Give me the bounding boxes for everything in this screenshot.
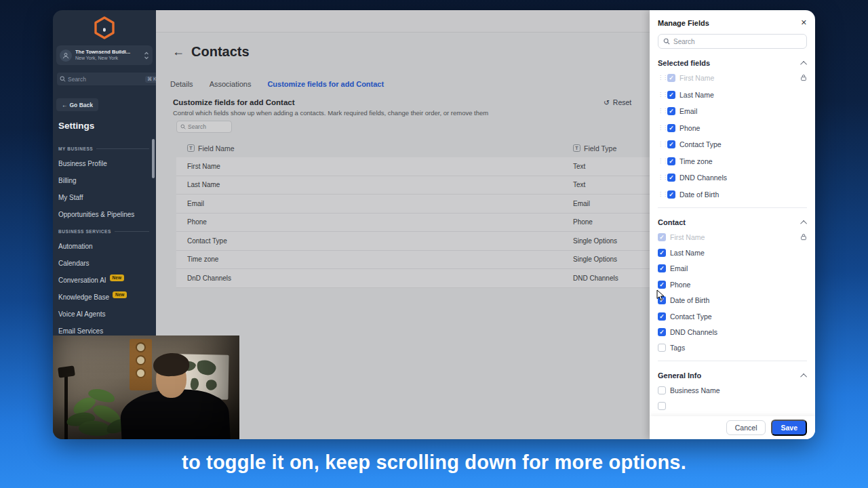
section-label-business-services: BUSINESS SERVICES [58, 229, 111, 234]
divider [658, 207, 807, 208]
sidebar-scrollbar[interactable] [152, 139, 155, 178]
field-item-last-name[interactable]: ⋮⋮ Last Name [658, 87, 807, 104]
contact-item-phone[interactable]: Phone [658, 277, 807, 292]
table-row[interactable]: First Name Text [176, 157, 650, 176]
reset-icon: ↺ [604, 98, 610, 106]
search-icon [180, 124, 186, 129]
table-search[interactable] [176, 121, 232, 133]
sidebar-search-input[interactable] [68, 76, 143, 83]
sidebar-item-voice-ai-agents[interactable]: Voice AI Agents [58, 306, 149, 323]
account-switcher[interactable]: The Townsend Buildi... New York, New Yor… [56, 45, 153, 65]
table-row[interactable]: Last Name Text [176, 176, 650, 195]
mouse-cursor-icon [656, 289, 665, 302]
sidebar-item-conversation-ai[interactable]: Conversation AI New [58, 272, 149, 289]
panel-search-input[interactable] [673, 38, 802, 45]
group-header-selected-fields[interactable]: Selected fields [658, 59, 807, 67]
contact-item-dnd-channels[interactable]: DND Channels [658, 324, 807, 340]
sidebar-item-knowledge-base[interactable]: Knowledge Base New [58, 289, 149, 306]
field-item-phone[interactable]: ⋮⋮ Phone [658, 120, 807, 137]
section-subtitle: Control which fields show up when adding… [173, 109, 488, 117]
checkbox-checked[interactable] [667, 157, 675, 165]
settings-nav: MY BUSINESS Business Profile Billing My … [58, 140, 149, 340]
checkbox-checked[interactable] [658, 249, 666, 257]
user-icon [62, 52, 69, 59]
sidebar-item-billing[interactable]: Billing [58, 172, 149, 189]
drag-handle-icon[interactable]: ⋮⋮ [658, 192, 663, 197]
field-item-email[interactable]: ⋮⋮ Email [658, 103, 807, 120]
drag-handle-icon[interactable]: ⋮⋮ [658, 175, 663, 180]
drag-handle-icon[interactable]: ⋮⋮ [658, 75, 663, 81]
table-row[interactable]: DnD Channels DND Channels [176, 269, 650, 288]
page-background: The Townsend Buildi... New York, New Yor… [0, 0, 868, 488]
checkbox-checked[interactable] [658, 312, 666, 321]
field-item-contact-type[interactable]: ⋮⋮ Contact Type [658, 136, 807, 153]
manage-fields-panel: Manage Fields ✕ Selected fields ⋮⋮ First… [650, 10, 815, 439]
general-item-partial[interactable] [658, 399, 807, 414]
table-row[interactable]: Contact Type Single Options [176, 232, 650, 251]
field-item-dnd-channels[interactable]: ⋮⋮ DND Channels [658, 169, 807, 186]
account-name: The Townsend Buildi... [75, 49, 140, 55]
chevron-up-icon [800, 220, 807, 226]
group-header-general-info[interactable]: General Info [658, 371, 807, 380]
drag-handle-icon[interactable]: ⋮⋮ [658, 92, 663, 98]
table-search-input[interactable] [188, 123, 228, 130]
reset-button[interactable]: ↺ Reset [604, 98, 631, 106]
account-avatar [60, 49, 72, 62]
drag-handle-icon[interactable]: ⋮⋮ [658, 159, 663, 164]
tab-associations[interactable]: Associations [210, 80, 252, 88]
close-icon[interactable]: ✕ [801, 18, 807, 27]
sidebar-item-automation[interactable]: Automation [58, 238, 149, 255]
contact-item-date-of-birth[interactable]: Date of Birth [658, 293, 807, 308]
checkbox-checked-disabled [667, 74, 675, 82]
checkbox-checked[interactable] [667, 107, 675, 115]
checkbox-checked[interactable] [658, 264, 666, 272]
save-button[interactable]: Save [771, 420, 807, 436]
drag-handle-icon[interactable]: ⋮⋮ [658, 125, 663, 131]
search-icon [663, 38, 670, 45]
sidebar-search[interactable]: ⌘ K [57, 73, 161, 85]
main-topbar [156, 10, 650, 33]
divider [658, 361, 807, 361]
checkbox-unchecked[interactable] [658, 402, 666, 410]
panel-search[interactable] [658, 34, 807, 49]
checkbox-checked[interactable] [667, 91, 675, 99]
chevron-up-icon [800, 60, 807, 67]
drag-handle-icon[interactable]: ⋮⋮ [658, 108, 663, 114]
table-header-row: T Field Name T Field Type [176, 139, 650, 157]
sidebar-item-opportunities-pipelines[interactable]: Opportunities & Pipelines [58, 206, 149, 223]
sidebar-item-business-profile[interactable]: Business Profile [58, 155, 149, 172]
general-item-business-name[interactable]: Business Name [658, 382, 807, 398]
checkbox-unchecked[interactable] [658, 344, 666, 352]
table-row[interactable]: Time zone Single Options [176, 251, 650, 270]
group-header-contact[interactable]: Contact [658, 218, 807, 226]
contact-item-email[interactable]: Email [658, 261, 807, 277]
back-arrow-icon[interactable]: ← [172, 45, 184, 59]
checkbox-checked[interactable] [667, 124, 675, 132]
checkbox-checked[interactable] [667, 140, 675, 148]
fields-table: T Field Name T Field Type First Name Tex… [176, 139, 650, 288]
sidebar-item-my-staff[interactable]: My Staff [58, 189, 149, 206]
contact-item-last-name[interactable]: Last Name [658, 245, 807, 260]
lock-icon [800, 72, 807, 84]
drag-handle-icon[interactable]: ⋮⋮ [658, 142, 663, 147]
checkbox-unchecked[interactable] [658, 386, 666, 394]
contact-item-contact-type[interactable]: Contact Type [658, 308, 807, 324]
table-row[interactable]: Phone Phone [176, 214, 650, 232]
cancel-button[interactable]: Cancel [726, 420, 766, 435]
tab-details[interactable]: Details [170, 80, 193, 88]
column-header-field-name: Field Name [198, 144, 235, 152]
new-badge: New [113, 291, 127, 298]
sidebar-item-calendars[interactable]: Calendars [58, 255, 149, 272]
table-row[interactable]: Email Email [176, 195, 650, 214]
field-item-time-zone[interactable]: ⋮⋮ Time zone [658, 153, 807, 170]
checkbox-checked[interactable] [667, 190, 675, 199]
checkbox-checked[interactable] [667, 174, 675, 182]
text-type-icon: T [187, 144, 195, 152]
tab-customize-fields[interactable]: Customize fields for add Contact [267, 80, 384, 88]
field-item-date-of-birth[interactable]: ⋮⋮ Date of Birth [658, 186, 807, 203]
contact-item-tags[interactable]: Tags [658, 340, 807, 356]
go-back-button[interactable]: ← Go Back [56, 98, 98, 111]
checkbox-checked[interactable] [658, 281, 666, 289]
checkbox-checked[interactable] [658, 328, 666, 336]
webcam-overlay [53, 336, 239, 439]
